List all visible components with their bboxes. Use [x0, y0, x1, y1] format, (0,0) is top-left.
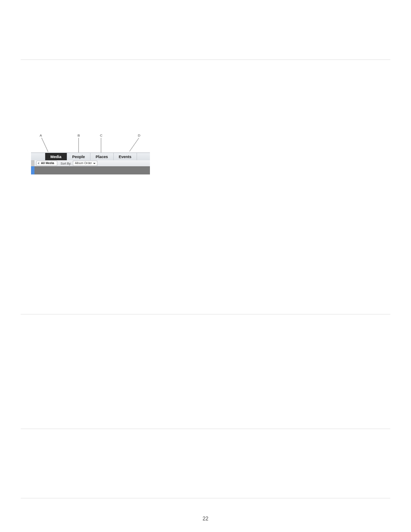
callout-label-d: D [138, 134, 140, 137]
callout-line-a [41, 138, 48, 152]
sort-by-label: Sort By: [61, 162, 72, 165]
callout-line-b [78, 138, 79, 152]
left-toolbar-edge [31, 160, 34, 166]
callout-label-a: A [40, 134, 42, 137]
page-number: 22 [0, 516, 411, 522]
callout-line-c [101, 138, 101, 152]
tab-people[interactable]: People [67, 153, 91, 161]
callout-area: A B C D [31, 134, 150, 152]
tab-spacer [31, 153, 45, 161]
view-tabbar: Media People Places Events [31, 152, 150, 161]
section-divider [21, 59, 390, 60]
section-divider [21, 314, 390, 314]
callout-label-c: C [100, 134, 103, 137]
left-selection-strip [31, 166, 34, 174]
sort-by-dropdown[interactable]: Album Order [73, 161, 98, 166]
callout-label-b: B [78, 134, 80, 137]
tab-media[interactable]: Media [45, 153, 67, 161]
ui-screenshot-figure: A B C D Media People Places Events All M… [31, 134, 150, 174]
filter-toolbar: All Media Sort By: Album Order [31, 160, 150, 167]
section-divider [21, 498, 390, 498]
document-page: A B C D Media People Places Events All M… [0, 0, 411, 532]
breadcrumb-all-media[interactable]: All Media [36, 161, 57, 166]
tab-places[interactable]: Places [90, 153, 114, 161]
section-divider [21, 429, 390, 429]
content-canvas [34, 166, 150, 174]
tab-events[interactable]: Events [114, 153, 137, 161]
callout-line-d [129, 138, 139, 152]
